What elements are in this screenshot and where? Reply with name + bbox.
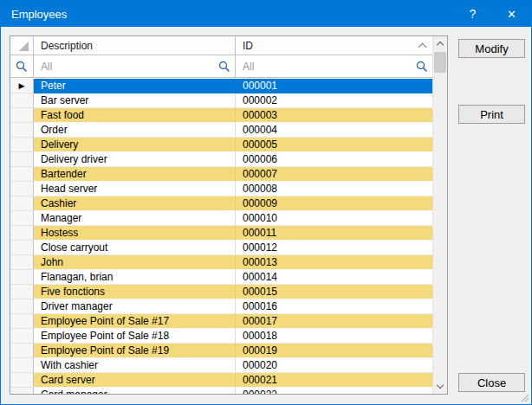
id-cell[interactable]: 000001	[236, 79, 432, 93]
row-header-cell[interactable]	[10, 255, 34, 270]
description-cell[interactable]: Fast food	[34, 108, 236, 123]
description-cell[interactable]: Card manager	[34, 388, 236, 394]
row-header-cell[interactable]	[10, 344, 34, 358]
description-cell[interactable]: Delivery	[34, 138, 236, 152]
id-cell[interactable]: 000008	[236, 182, 432, 196]
row-header-cell[interactable]	[10, 93, 34, 108]
table-row[interactable]: Employee Point of Sale #18000018	[10, 329, 432, 344]
filter-row-indicator-cell[interactable]	[10, 55, 34, 77]
id-cell[interactable]: 000013	[236, 255, 432, 270]
description-cell[interactable]: Flanagan, brian	[34, 270, 236, 285]
table-row[interactable]: Delivery driver000006	[10, 152, 432, 167]
table-row[interactable]: ▶Peter000001	[10, 79, 432, 93]
print-button[interactable]: Print	[458, 105, 525, 124]
table-row[interactable]: Five fonctions000015	[10, 285, 432, 299]
row-header-cell[interactable]	[10, 123, 34, 138]
table-row[interactable]: Head server000008	[10, 182, 432, 196]
description-cell[interactable]: Head server	[34, 182, 236, 196]
id-cell[interactable]: 000012	[236, 241, 432, 255]
description-cell[interactable]: With cashier	[34, 358, 236, 373]
row-header-cell[interactable]	[10, 270, 34, 285]
description-cell[interactable]: Employee Point of Sale #19	[34, 344, 236, 358]
help-button[interactable]: ?	[453, 1, 492, 27]
id-cell[interactable]: 000019	[236, 344, 432, 358]
id-cell[interactable]: 000009	[236, 196, 432, 211]
table-row[interactable]: John000013	[10, 255, 432, 270]
id-cell[interactable]: 000003	[236, 108, 432, 123]
title-bar[interactable]: Employees ? ✕	[1, 1, 531, 27]
column-header-description[interactable]: Description	[34, 36, 236, 55]
row-header-cell[interactable]	[10, 152, 34, 167]
grid-corner-cell[interactable]	[10, 36, 34, 55]
row-header-cell[interactable]	[10, 329, 34, 344]
id-cell[interactable]: 000010	[236, 211, 432, 226]
id-cell[interactable]: 000007	[236, 167, 432, 182]
id-cell[interactable]: 000020	[236, 358, 432, 373]
vertical-scrollbar[interactable]	[432, 36, 447, 394]
description-cell[interactable]: Five fonctions	[34, 285, 236, 299]
id-cell[interactable]: 000017	[236, 314, 432, 329]
row-header-cell[interactable]	[10, 182, 34, 196]
table-row[interactable]: Bar server000002	[10, 93, 432, 108]
description-filter-input[interactable]	[34, 61, 214, 73]
search-icon[interactable]	[416, 61, 428, 73]
id-cell[interactable]: 000016	[236, 299, 432, 314]
row-header-cell[interactable]	[10, 388, 34, 394]
table-row[interactable]: Driver manager000016	[10, 299, 432, 314]
description-cell[interactable]: Cashier	[34, 196, 236, 211]
row-header-cell[interactable]	[10, 138, 34, 152]
row-header-cell[interactable]	[10, 314, 34, 329]
row-header-cell[interactable]	[10, 358, 34, 373]
scroll-up-button[interactable]	[433, 36, 447, 51]
description-cell[interactable]: Card server	[34, 373, 236, 388]
description-cell[interactable]: Order	[34, 123, 236, 138]
id-cell[interactable]: 000004	[236, 123, 432, 138]
table-row[interactable]: Order000004	[10, 123, 432, 138]
id-cell[interactable]: 000002	[236, 93, 432, 108]
table-row[interactable]: Cashier000009	[10, 196, 432, 211]
close-window-button[interactable]: ✕	[492, 1, 531, 27]
id-filter-input[interactable]	[236, 61, 412, 73]
id-cell[interactable]: 000011	[236, 226, 432, 241]
id-cell[interactable]: 000014	[236, 270, 432, 285]
table-row[interactable]: Hostess000011	[10, 226, 432, 241]
id-cell[interactable]: 000022	[236, 388, 432, 394]
description-cell[interactable]: Employee Point of Sale #18	[34, 329, 236, 344]
row-header-cell[interactable]	[10, 285, 34, 299]
description-cell[interactable]: Delivery driver	[34, 152, 236, 167]
row-header-cell[interactable]	[10, 108, 34, 123]
description-cell[interactable]: Bar server	[34, 93, 236, 108]
table-row[interactable]: Employee Point of Sale #17000017	[10, 314, 432, 329]
table-row[interactable]: Employee Point of Sale #19000019	[10, 344, 432, 358]
table-row[interactable]: Flanagan, brian000014	[10, 270, 432, 285]
resize-grip[interactable]	[518, 391, 529, 402]
description-cell[interactable]: Driver manager	[34, 299, 236, 314]
modify-button[interactable]: Modify	[458, 39, 525, 58]
table-row[interactable]: Fast food000003	[10, 108, 432, 123]
row-header-cell[interactable]	[10, 241, 34, 255]
description-cell[interactable]: Manager	[34, 211, 236, 226]
description-cell[interactable]: Hostess	[34, 226, 236, 241]
close-button[interactable]: Close	[458, 373, 525, 392]
table-row[interactable]: Manager000010	[10, 211, 432, 226]
row-header-cell[interactable]	[10, 226, 34, 241]
id-cell[interactable]: 000015	[236, 285, 432, 299]
description-cell[interactable]: Bartender	[34, 167, 236, 182]
column-header-id[interactable]: ID	[236, 36, 432, 55]
search-icon[interactable]	[218, 61, 230, 73]
row-header-cell[interactable]	[10, 211, 34, 226]
id-cell[interactable]: 000021	[236, 373, 432, 388]
description-cell[interactable]: Employee Point of Sale #17	[34, 314, 236, 329]
description-cell[interactable]: Peter	[34, 79, 236, 93]
row-header-cell[interactable]	[10, 373, 34, 388]
id-cell[interactable]: 000018	[236, 329, 432, 344]
table-row[interactable]: Close carryout000012	[10, 241, 432, 255]
table-row[interactable]: Bartender000007	[10, 167, 432, 182]
description-cell[interactable]: Close carryout	[34, 241, 236, 255]
row-header-cell[interactable]: ▶	[10, 79, 34, 93]
row-header-cell[interactable]	[10, 167, 34, 182]
table-row[interactable]: Card manager000022	[10, 388, 432, 394]
table-row[interactable]: Card server000021	[10, 373, 432, 388]
description-cell[interactable]: John	[34, 255, 236, 270]
table-row[interactable]: Delivery000005	[10, 138, 432, 152]
